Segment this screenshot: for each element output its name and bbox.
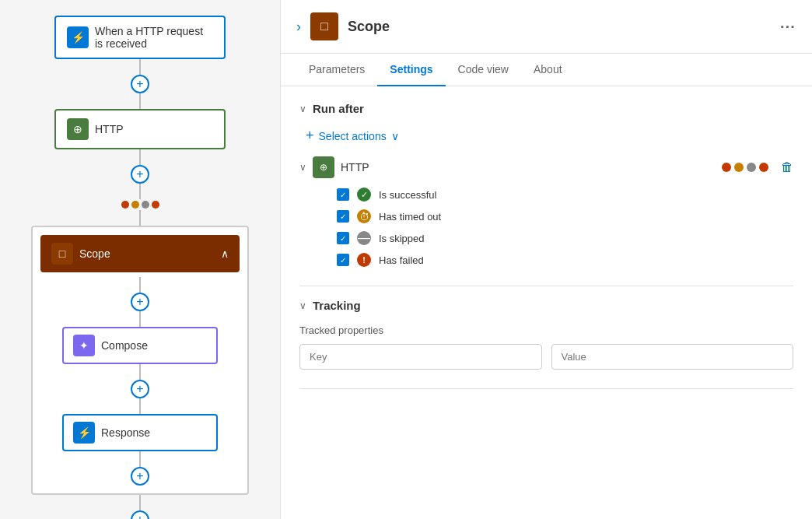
scope-collapse-icon[interactable]: ∧ <box>221 247 229 260</box>
checkbox-skipped[interactable]: ✓ <box>337 232 349 244</box>
compose-label: Compose <box>101 339 148 352</box>
back-chevron[interactable]: › <box>296 19 301 35</box>
select-actions-row: + Select actions ∨ <box>306 128 793 144</box>
run-after-title: Run after <box>313 102 364 115</box>
connector-line <box>139 277 141 293</box>
tabs-bar: Parameters Settings Code view About <box>281 54 812 86</box>
tracking-chevron: ∨ <box>299 300 306 311</box>
connector-line <box>139 59 141 75</box>
inner-connector-1: + <box>131 277 149 327</box>
label-failed: Has failed <box>379 254 424 266</box>
dot-skipped <box>747 163 756 172</box>
icon-failed: ! <box>357 253 371 267</box>
status-dot-failed <box>121 201 129 209</box>
panel-scope-icon: □ <box>310 12 338 40</box>
connector-line <box>139 184 141 199</box>
select-actions-button[interactable]: + Select actions ∨ <box>306 128 399 144</box>
add-inner-step-3[interactable]: + <box>131 467 149 486</box>
tracking-value-input[interactable] <box>551 344 794 370</box>
connector-line <box>139 364 141 380</box>
connector-line <box>139 210 141 226</box>
status-dot-skipped <box>142 201 149 209</box>
run-after-header[interactable]: ∨ Run after <box>299 102 793 115</box>
http-collapse-chevron[interactable]: ∨ <box>299 162 306 173</box>
add-step-button-2[interactable]: + <box>131 165 149 184</box>
response-node[interactable]: ⚡ Response <box>62 414 218 451</box>
flow-nodes: ⚡ When a HTTP request is received + ⊕ HT… <box>31 16 249 519</box>
flow-canvas: ⚡ When a HTTP request is received + ⊕ HT… <box>0 0 280 519</box>
tracking-header[interactable]: ∨ Tracking <box>299 299 793 312</box>
status-items-list: ✓ ✓ Is successful ✓ ⏱ Has timed out ✓ — … <box>337 188 793 267</box>
scope-label: Scope <box>79 247 110 260</box>
status-dot-failed2 <box>152 201 159 209</box>
add-final-step[interactable]: + <box>131 510 149 519</box>
http-icon: ⊕ <box>67 118 89 140</box>
compose-icon: ✦ <box>73 335 95 356</box>
tracking-title: Tracking <box>313 299 361 312</box>
dot-failed2 <box>759 163 768 172</box>
section-divider <box>299 286 793 286</box>
bottom-divider <box>299 388 793 389</box>
tracking-inputs-row <box>299 344 793 370</box>
add-step-button-1[interactable]: + <box>131 75 149 93</box>
response-label: Response <box>101 426 150 439</box>
tab-settings[interactable]: Settings <box>377 54 445 86</box>
checkbox-failed[interactable]: ✓ <box>337 254 349 266</box>
status-item-successful: ✓ ✓ Is successful <box>337 188 793 202</box>
scope-container: □ Scope ∧ + ✦ Compose + ⚡ Res <box>31 226 249 495</box>
connector-final: + <box>131 495 149 519</box>
tab-about[interactable]: About <box>521 54 575 86</box>
connector-line <box>139 149 141 165</box>
status-item-timed-out: ✓ ⏱ Has timed out <box>337 209 793 223</box>
label-timed-out: Has timed out <box>379 211 441 223</box>
icon-timed-out: ⏱ <box>357 209 371 223</box>
right-panel: › □ Scope ⋯ Parameters Settings Code vie… <box>280 0 812 519</box>
icon-skipped: — <box>357 231 371 245</box>
more-options-button[interactable]: ⋯ <box>779 17 796 36</box>
tracking-key-input[interactable] <box>299 344 542 370</box>
http-action-header-row: ∨ ⊕ HTTP 🗑 <box>299 156 793 178</box>
checkbox-successful[interactable]: ✓ <box>337 188 349 201</box>
trigger-label: When a HTTP request is received <box>95 25 213 50</box>
inner-connector-2: + <box>131 364 149 414</box>
run-after-chevron: ∨ <box>299 103 306 114</box>
trigger-icon: ⚡ <box>67 26 89 48</box>
scope-header-left: □ Scope <box>51 243 110 265</box>
scope-node[interactable]: □ Scope ∧ <box>40 235 240 272</box>
connector-2: + <box>121 149 159 226</box>
http-action-icon: ⊕ <box>313 156 334 178</box>
label-skipped: Is skipped <box>379 233 425 244</box>
http-node[interactable]: ⊕ HTTP <box>54 109 226 149</box>
tab-code-view[interactable]: Code view <box>446 54 521 86</box>
http-action-group: ∨ ⊕ HTTP 🗑 ✓ ✓ Is s <box>299 156 793 267</box>
add-inner-step-2[interactable]: + <box>131 380 149 398</box>
compose-node[interactable]: ✦ Compose <box>62 327 218 364</box>
status-item-skipped: ✓ — Is skipped <box>337 231 793 245</box>
add-inner-step-1[interactable]: + <box>131 293 149 311</box>
icon-successful: ✓ <box>357 188 371 202</box>
panel-header: › □ Scope ⋯ <box>281 0 812 54</box>
connector-line <box>139 495 141 510</box>
connector-line <box>139 398 141 414</box>
dot-failed <box>722 163 731 172</box>
run-after-section: ∨ Run after + Select actions ∨ ∨ ⊕ HTTP <box>299 102 793 267</box>
plus-icon: + <box>306 128 314 144</box>
tab-parameters[interactable]: Parameters <box>296 54 377 86</box>
http-trigger-node[interactable]: ⚡ When a HTTP request is received <box>54 16 226 59</box>
panel-title: Scope <box>348 19 770 35</box>
tracked-properties-label: Tracked properties <box>299 324 793 336</box>
http-status-dots <box>722 163 768 172</box>
connector-1: + <box>131 59 149 109</box>
delete-http-action-button[interactable]: 🗑 <box>781 160 793 174</box>
connector-line <box>139 451 141 467</box>
inner-connector-3: + <box>131 451 149 486</box>
connector-line <box>139 311 141 327</box>
chevron-down-icon: ∨ <box>391 130 399 142</box>
checkbox-timed-out[interactable]: ✓ <box>337 210 349 223</box>
tracking-section: ∨ Tracking Tracked properties <box>299 299 793 370</box>
select-actions-label: Select actions <box>319 130 387 142</box>
panel-content: ∨ Run after + Select actions ∨ ∨ ⊕ HTTP <box>281 86 812 519</box>
connector-line <box>139 93 141 109</box>
http-action-name: HTTP <box>341 161 369 174</box>
http-label: HTTP <box>95 123 124 135</box>
